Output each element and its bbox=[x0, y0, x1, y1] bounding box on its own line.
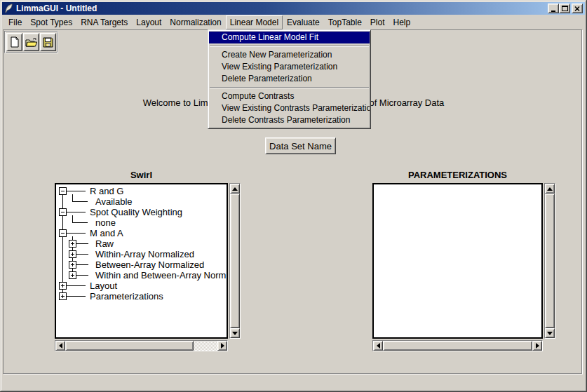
menu-item-compute-linear-model-fit[interactable]: Compute Linear Model Fit bbox=[209, 32, 370, 43]
menu-item-delete-contrasts-parameterization[interactable]: Delete Contrasts Parameterization bbox=[209, 114, 370, 126]
menubar-item-normalization[interactable]: Normalization bbox=[166, 15, 225, 29]
parameterizations-vertical-scrollbar[interactable] bbox=[544, 183, 555, 339]
menu-item-create-new-parameterization[interactable]: Create New Parameterization bbox=[209, 49, 370, 61]
tree-collapse-icon[interactable] bbox=[59, 208, 67, 216]
menu-separator bbox=[209, 43, 370, 49]
window-controls bbox=[548, 4, 583, 13]
menubar-item-spot-types[interactable]: Spot Types bbox=[26, 15, 76, 29]
open-file-button[interactable] bbox=[23, 33, 39, 51]
menu-item-view-existing-parameterization[interactable]: View Existing Parameterization bbox=[209, 61, 370, 73]
new-file-button[interactable] bbox=[6, 33, 22, 51]
tree-connector-line bbox=[76, 275, 88, 276]
save-file-button[interactable] bbox=[40, 33, 56, 51]
menubar-item-linear-model[interactable]: Linear Model bbox=[226, 15, 283, 29]
scroll-down-icon[interactable] bbox=[545, 328, 555, 338]
tree-item-between-array-normalized[interactable]: Between-Array Normalized bbox=[95, 259, 204, 270]
swirl-tree-listbox[interactable]: R and GAvailableSpot Quality Weightingno… bbox=[55, 183, 228, 339]
menubar-item-toptable[interactable]: TopTable bbox=[324, 15, 366, 29]
tree-item-within-array-normalized[interactable]: Within-Array Normalized bbox=[95, 249, 194, 259]
scroll-left-icon[interactable] bbox=[373, 341, 383, 351]
menubar-item-evaluate[interactable]: Evaluate bbox=[283, 15, 324, 29]
scroll-right-icon[interactable] bbox=[217, 341, 227, 351]
tree-item-layout[interactable]: Layout bbox=[90, 281, 117, 291]
data-set-name-button[interactable]: Data Set Name bbox=[265, 137, 336, 154]
scroll-up-icon[interactable] bbox=[545, 184, 555, 194]
menubar-item-plot[interactable]: Plot bbox=[366, 15, 389, 29]
minimize-button-icon[interactable] bbox=[548, 4, 559, 13]
tree-item-spot-quality-weighting[interactable]: Spot Quality Weighting bbox=[90, 207, 182, 217]
swirl-vertical-scrollbar[interactable] bbox=[229, 183, 241, 339]
toolbar bbox=[4, 31, 58, 53]
swirl-tree: R and GAvailableSpot Quality Weightingno… bbox=[58, 185, 227, 337]
parameterizations-horizontal-scrollbar[interactable] bbox=[372, 340, 543, 351]
parameterizations-listbox[interactable] bbox=[372, 183, 543, 339]
tree-item-r-and-g[interactable]: R and G bbox=[90, 186, 123, 196]
tree-expand-icon[interactable] bbox=[69, 261, 76, 269]
menubar-item-layout[interactable]: Layout bbox=[132, 15, 166, 29]
scrollbar-thumb[interactable] bbox=[383, 341, 532, 351]
swirl-horizontal-scrollbar[interactable] bbox=[55, 340, 228, 351]
scrollbar-thumb[interactable] bbox=[545, 194, 555, 328]
tree-connector-line bbox=[72, 222, 88, 223]
window-title: LimmaGUI - Untitled bbox=[16, 4, 548, 13]
blank-page-icon bbox=[10, 36, 20, 48]
tree-expand-icon[interactable] bbox=[69, 250, 76, 258]
scroll-down-icon[interactable] bbox=[230, 328, 240, 338]
tree-expand-icon[interactable] bbox=[59, 282, 67, 290]
tree-expand-icon[interactable] bbox=[69, 271, 76, 279]
scrollbar-thumb[interactable] bbox=[65, 341, 194, 351]
close-button-icon[interactable] bbox=[572, 4, 583, 13]
tree-item-raw[interactable]: Raw bbox=[95, 238, 114, 249]
tree-item-within-and-between-array-norm[interactable]: Within and Between-Array Norm bbox=[95, 270, 226, 281]
open-folder-icon bbox=[25, 37, 38, 48]
maximize-button-icon[interactable] bbox=[559, 4, 570, 13]
menubar-item-help[interactable]: Help bbox=[389, 15, 415, 29]
linear-model-menu: Compute Linear Model FitCreate New Param… bbox=[208, 29, 371, 129]
menubar: FileSpot TypesRNA TargetsLayoutNormaliza… bbox=[2, 15, 585, 29]
tree-connector-line bbox=[76, 264, 88, 265]
tree-connector-line bbox=[72, 201, 88, 202]
left-panel-title: Swirl bbox=[55, 170, 228, 180]
menubar-item-file[interactable]: File bbox=[4, 15, 26, 29]
menubar-item-rna-targets[interactable]: RNA Targets bbox=[76, 15, 132, 29]
floppy-disk-icon bbox=[43, 37, 53, 48]
tree-expand-icon[interactable] bbox=[69, 240, 76, 248]
menu-item-compute-contrasts[interactable]: Compute Contrasts bbox=[209, 90, 370, 102]
tree-connector-line bbox=[76, 254, 88, 255]
feather-icon[interactable] bbox=[4, 4, 13, 13]
scrollbar-thumb[interactable] bbox=[230, 194, 240, 328]
tree-connector-line bbox=[76, 243, 88, 244]
menu-item-delete-parameterization[interactable]: Delete Parameterization bbox=[209, 73, 370, 85]
tree-expand-icon[interactable] bbox=[59, 292, 67, 300]
tree-item-available[interactable]: Available bbox=[95, 196, 133, 207]
tree-item-parameterizations[interactable]: Parameterizations bbox=[90, 291, 163, 302]
scrollbar-track[interactable] bbox=[194, 341, 217, 351]
tree-item-none[interactable]: none bbox=[95, 217, 116, 228]
menu-item-view-existing-contrasts-parameterization[interactable]: View Existing Contrasts Parameterization bbox=[209, 102, 370, 114]
scroll-up-icon[interactable] bbox=[230, 184, 240, 194]
right-panel-title: PARAMETERIZATIONS bbox=[372, 170, 543, 180]
titlebar[interactable]: LimmaGUI - Untitled bbox=[2, 2, 585, 15]
scroll-left-icon[interactable] bbox=[55, 341, 65, 351]
scroll-right-icon[interactable] bbox=[532, 341, 542, 351]
tree-collapse-icon[interactable] bbox=[59, 229, 67, 237]
menu-separator bbox=[209, 85, 370, 90]
tree-connector-line bbox=[62, 191, 63, 297]
tree-item-m-and-a[interactable]: M and A bbox=[90, 228, 123, 238]
tree-collapse-icon[interactable] bbox=[59, 187, 67, 195]
limmagui-window: LimmaGUI - Untitled FileSpot TypesRNA Ta… bbox=[0, 0, 587, 392]
